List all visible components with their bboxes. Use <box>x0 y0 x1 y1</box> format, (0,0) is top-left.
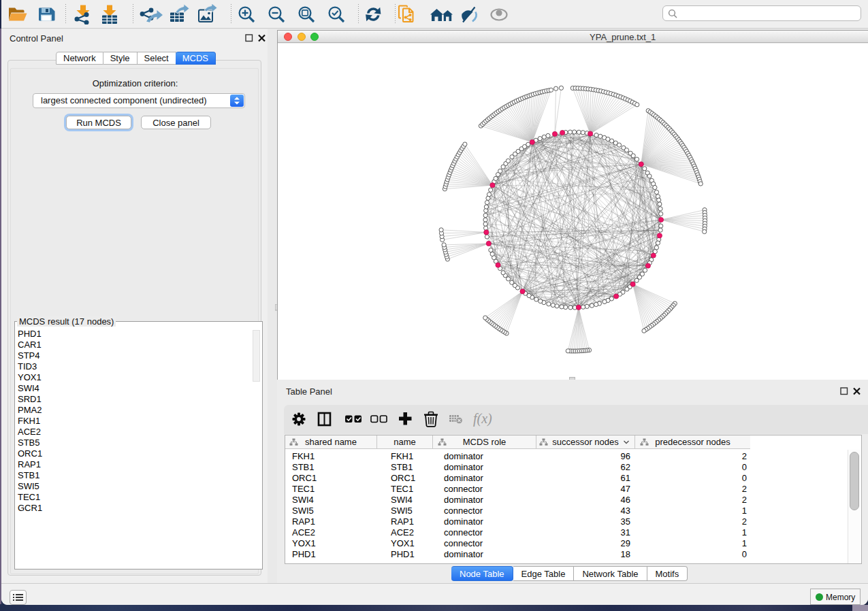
svg-text:f(x): f(x) <box>473 411 492 427</box>
